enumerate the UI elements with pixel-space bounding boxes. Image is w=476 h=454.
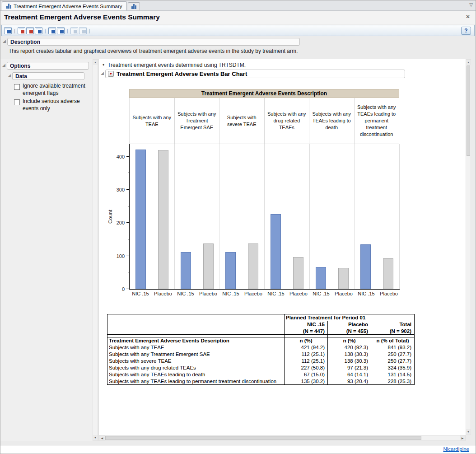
image-icon[interactable]	[79, 27, 87, 34]
bar-nic-15[interactable]	[181, 252, 191, 289]
vertical-scroll-thumb[interactable]	[467, 66, 470, 156]
help-button[interactable]: ?	[461, 27, 471, 35]
options-disclosure-icon[interactable]: ◢	[2, 63, 5, 67]
bar-nic-15[interactable]	[360, 244, 371, 289]
red-triangle-menu-button[interactable]: ▼	[108, 71, 114, 77]
close-icon[interactable]: ✕	[466, 14, 470, 19]
icon-detail	[71, 28, 77, 29]
tab-teae-summary[interactable]: Treatment Emergent Adverse Events Summar…	[2, 1, 127, 10]
cell-value: 97 (21.3)	[328, 365, 371, 371]
bar-nic-15[interactable]	[271, 214, 281, 289]
data-table-icon[interactable]	[18, 27, 25, 34]
horizontal-scroll-thumb[interactable]	[105, 436, 421, 440]
x-tick-label: NIC .15	[129, 291, 152, 298]
chart-x-group: NIC .15Placebo	[219, 291, 265, 298]
icon-detail	[74, 30, 77, 33]
icon-detail	[36, 28, 42, 29]
bar-nic-15[interactable]	[316, 267, 326, 289]
toolbar-icons: ||||	[4, 27, 92, 34]
icon-detail	[60, 30, 64, 33]
summary-table: Planned Treatment for Period 01NIC .15Pl…	[107, 314, 415, 385]
row-header-label: Treatment Emergent Adverse Events Descri…	[107, 337, 285, 344]
cell-value: 228 (25.3)	[371, 378, 415, 385]
y-tick-label: 400	[117, 154, 125, 159]
bar-placebo[interactable]	[338, 268, 349, 289]
bar-placebo[interactable]	[293, 257, 303, 289]
bar-placebo[interactable]	[203, 243, 214, 289]
journal-icon[interactable]	[35, 27, 42, 34]
icon-detail	[5, 28, 11, 29]
scroll-down-icon[interactable]: ▼	[93, 435, 98, 440]
row-label: Subjects with any drug related TEAEs	[107, 365, 285, 371]
bar-placebo[interactable]	[248, 243, 258, 289]
row-label: Subjects with any TEAE	[107, 344, 285, 351]
icon-detail	[51, 30, 55, 33]
cell-value: 135 (30.2)	[285, 378, 328, 385]
table-row: Subjects with any Treatment Emergent SAE…	[107, 351, 415, 358]
x-tick-label: NIC .15	[219, 291, 242, 298]
report-vertical-scrollbar[interactable]: ▲ ▼	[466, 59, 471, 435]
report-horizontal-scrollbar[interactable]: ◀ ▶	[99, 435, 466, 441]
icon-detail	[27, 28, 33, 29]
tab-report-chart[interactable]	[128, 2, 140, 10]
table-corner-cell	[107, 314, 285, 335]
scroll-right-icon[interactable]: ▶	[460, 435, 465, 440]
bar-chart-icon	[6, 4, 11, 9]
scroll-up-icon[interactable]: ▲	[93, 60, 98, 65]
y-tick-label: 0	[122, 287, 125, 292]
cell-value: 421 (94.2)	[285, 344, 328, 351]
section-disclosure-icon[interactable]: ◢	[101, 71, 104, 75]
cell-value: 93 (20.4)	[328, 378, 371, 385]
cell-value: 112 (25.1)	[285, 351, 328, 358]
app-window: Treatment Emergent Adverse Events Summar…	[0, 0, 476, 454]
description-disclosure-icon[interactable]: ◢	[3, 39, 6, 43]
toolbar-separator: |	[14, 28, 15, 33]
chart-column-headers: Subjects with any TEAESubjects with any …	[129, 98, 399, 144]
nicardipine-link[interactable]: Nicardipine	[443, 446, 469, 452]
data-header: Data	[12, 72, 84, 80]
scroll-up-icon[interactable]: ▲	[466, 60, 471, 65]
report-icon[interactable]	[26, 27, 34, 34]
x-tick-label: Placebo	[242, 291, 265, 298]
ignore-flags-checkbox[interactable]	[14, 84, 20, 90]
chart-plot-column	[219, 144, 265, 289]
chart-x-group: NIC .15Placebo	[310, 291, 355, 298]
description-header-label: Description	[10, 39, 40, 45]
icon-detail	[49, 28, 55, 29]
bar-nic-15[interactable]	[225, 252, 236, 289]
script-icon[interactable]	[48, 27, 56, 34]
refresh-icon[interactable]	[70, 27, 78, 34]
x-tick-label: NIC .15	[174, 291, 197, 298]
row-label: Subjects with any TEAEs leading to perma…	[107, 378, 285, 385]
bar-placebo[interactable]	[158, 150, 168, 289]
x-tick-label: Placebo	[197, 291, 219, 298]
description-text: This report creates tabular and graphica…	[9, 48, 298, 54]
column-header: Total	[371, 321, 415, 328]
chart-column-header: Subjects with any TEAE	[130, 98, 175, 144]
tab-label: Treatment Emergent Adverse Events Summar…	[14, 4, 122, 9]
run-script-icon[interactable]	[57, 27, 65, 34]
cell-value: 112 (25.1)	[285, 358, 328, 365]
tab-overflow-icon[interactable]: ▽	[469, 3, 473, 7]
export-report-icon[interactable]	[4, 27, 12, 34]
body: ◢ Options ◢ Data Ignore available treatm…	[0, 59, 476, 441]
bar-nic-15[interactable]	[135, 150, 146, 289]
description-section: ◢ Description This report creates tabula…	[0, 37, 476, 59]
data-disclosure-icon[interactable]: ◢	[8, 74, 11, 78]
chart-x-group: NIC .15Placebo	[355, 291, 400, 298]
x-tick-label: NIC .15	[265, 291, 287, 298]
chart-column-header: Subjects with any TEAEs leading to perma…	[355, 98, 399, 144]
x-tick-label: NIC .15	[355, 291, 378, 298]
bar-placebo[interactable]	[383, 258, 393, 289]
serious-only-checkbox[interactable]	[14, 99, 20, 105]
toolbar-separator: |	[45, 28, 46, 33]
scroll-left-icon[interactable]: ◀	[99, 435, 105, 440]
chart-x-group: NIC .15Placebo	[174, 291, 219, 298]
status-bar: Nicardipine	[0, 445, 476, 454]
section-title: Treatment Emergent Adverse Events Bar Ch…	[117, 70, 247, 77]
toolbar-separator: |	[67, 28, 68, 33]
y-tick-label: 300	[117, 187, 125, 192]
cell-value: 841 (93.2)	[371, 344, 415, 351]
measure-header: n (%)	[285, 337, 328, 344]
scroll-down-icon[interactable]: ▼	[466, 429, 471, 435]
